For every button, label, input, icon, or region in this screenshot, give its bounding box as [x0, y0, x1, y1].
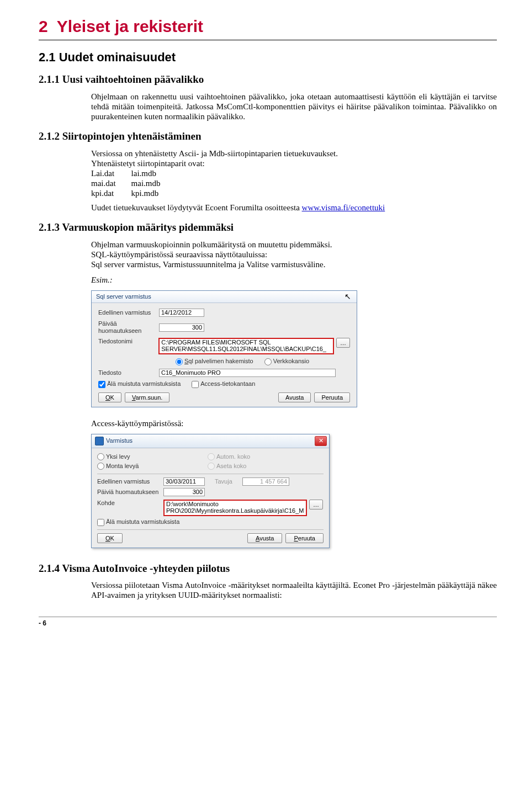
- input-filename[interactable]: [158, 338, 334, 354]
- sql-backup-dialog: Sql server varmistus ↖ Edellinen varmist…: [91, 290, 357, 407]
- chapter-number: 2: [39, 17, 48, 35]
- label-file: Tiedosto: [98, 369, 159, 376]
- input-days-notice[interactable]: [163, 488, 205, 496]
- close-button[interactable]: ✕: [315, 436, 327, 446]
- paragraph: Ohjelman varmuuskopioinnin polkumääritys…: [91, 240, 497, 250]
- label-prev-backup: Edellinen varmistus: [98, 309, 159, 316]
- divider: [97, 529, 324, 530]
- section-2-1: 2.1 Uudet ominaisuudet: [39, 50, 497, 65]
- radio-many-disks[interactable]: Monta levyä: [97, 462, 208, 470]
- label-days-notice: Päiviä huomautukseen: [97, 489, 163, 496]
- input-prev-backup[interactable]: [163, 477, 205, 486]
- cancel-button[interactable]: Peruuta: [314, 392, 350, 402]
- example-label: Esim.:: [91, 275, 497, 285]
- table-row: kpi.datkpi.mdb: [91, 188, 176, 198]
- dialog-titlebar: Varmistus ✕: [92, 434, 329, 448]
- checkbox-mute-reminders[interactable]: Älä muistuta varmistuksista: [98, 380, 181, 388]
- subsection-2-1-4: 2.1.4 Visma AutoInvoice -yhteyden piilot…: [39, 562, 497, 575]
- paragraph: Yhtenäistetyt siirtopintaparit ovat:: [91, 158, 497, 168]
- ok-button[interactable]: OK: [98, 392, 121, 402]
- backup-plan-button[interactable]: Varm.suun.: [125, 392, 169, 402]
- dialog-titlebar: Sql server varmistus ↖: [92, 291, 357, 303]
- browse-button[interactable]: …: [336, 338, 350, 348]
- paragraph: Sql server varmistus, Varmistussuunnitel…: [91, 259, 497, 269]
- paragraph: Versiossa on yhtenäistetty Ascii- ja Mdb…: [91, 148, 497, 158]
- input-bytes: [242, 477, 289, 486]
- page-number: - 6: [39, 619, 497, 627]
- label-bytes: Tavuja: [215, 478, 242, 485]
- paragraph: Access-käyttöympäristössä:: [91, 418, 497, 428]
- paragraph: Uudet tietuekuvaukset löydytyvät Ecoent …: [91, 203, 497, 213]
- input-days-notice[interactable]: [159, 323, 204, 332]
- input-target[interactable]: [163, 500, 307, 516]
- dialog-title-text: Varmistus: [106, 437, 315, 444]
- radio-network-dir[interactable]: Verkkokansio: [264, 358, 309, 365]
- label-prev-backup: Edellinen varmistus: [97, 478, 163, 485]
- chapter-title: Yleiset ja rekisterit: [57, 17, 203, 35]
- label-target: Kohde: [97, 500, 163, 507]
- paragraph: SQL-käyttöympäristössä seuraavissa näytt…: [91, 250, 497, 259]
- checkbox-access-db[interactable]: Access-tietokantaan: [192, 380, 255, 388]
- ok-button[interactable]: OK: [97, 533, 123, 543]
- label-days-notice: Päivää huomautukseen: [98, 320, 159, 335]
- help-button[interactable]: Avusta: [278, 392, 311, 402]
- radio-sql-dir[interactable]: SSql palvelimen hakemistoql palvelimen h…: [176, 358, 253, 365]
- cancel-button[interactable]: Peruuta: [285, 533, 324, 543]
- input-prev-backup[interactable]: [159, 309, 204, 317]
- checkbox-mute-reminders[interactable]: Älä muistuta varmistuksista: [97, 518, 179, 526]
- help-button[interactable]: Avusta: [247, 533, 282, 543]
- divider: [97, 474, 324, 474]
- label-filename: Tiedostonimi: [98, 338, 158, 345]
- file-pair-table: Lai.datlai.mdb mai.datmai.mdb kpi.datkpi…: [91, 168, 176, 198]
- chapter-heading: 2 Yleiset ja rekisterit: [39, 17, 497, 36]
- subsection-2-1-1: 2.1.1 Uusi vaihtoehtoinen päävalikko: [39, 73, 497, 86]
- radio-one-disk[interactable]: Yksi levy: [97, 453, 208, 461]
- table-row: mai.datmai.mdb: [91, 178, 176, 188]
- radio-auto-size: Autom. koko: [208, 453, 318, 461]
- dialog-title-text: Sql server varmistus: [96, 293, 151, 300]
- table-row: Lai.datlai.mdb: [91, 168, 176, 178]
- access-backup-dialog: Varmistus ✕ Yksi levy Autom. koko Monta …: [91, 434, 330, 548]
- app-icon: [95, 437, 104, 445]
- subsection-2-1-3: 2.1.3 Varmuuskopion määritys pidemmäksi: [39, 221, 497, 234]
- support-link[interactable]: www.visma.fi/econettuki: [302, 203, 385, 212]
- browse-button[interactable]: …: [309, 500, 323, 510]
- footer-rule: [39, 617, 497, 617]
- paragraph: Ohjelmaan on rakennettu uusi vaihtoehtoi…: [91, 92, 497, 121]
- input-file[interactable]: [159, 369, 336, 377]
- cursor-icon: ↖: [344, 292, 351, 301]
- radio-set-size: Aseta koko: [208, 462, 318, 470]
- paragraph: Versiossa piilotetaan Visma AutoInvoice …: [91, 580, 497, 600]
- subsection-2-1-2: 2.1.2 Siirtopintojen yhtenäistäminen: [39, 130, 497, 143]
- chapter-rule: [39, 40, 497, 40]
